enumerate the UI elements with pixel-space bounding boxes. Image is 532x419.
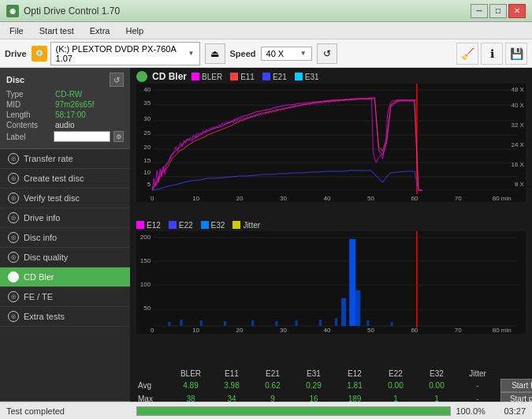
svg-text:16 X: 16 X xyxy=(511,161,524,168)
speed-label: Speed xyxy=(230,49,256,58)
legend-e12-color xyxy=(136,221,144,229)
nav-extra-tests-label: Extra tests xyxy=(24,312,65,321)
svg-text:80 min: 80 min xyxy=(493,327,512,334)
speed-value: 40 X xyxy=(266,49,285,58)
disc-label-gear-button[interactable]: ⚙ xyxy=(113,131,124,142)
bottom-chart-svg: 200 150 100 50 0 10 20 30 40 50 xyxy=(136,231,526,334)
col-e11: E11 xyxy=(212,368,251,379)
save-icon-btn[interactable]: 💾 xyxy=(505,43,527,65)
col-e12: E12 xyxy=(335,368,374,379)
verify-test-disc-icon: ◎ xyxy=(8,193,19,204)
nav-disc-quality-label: Disc quality xyxy=(24,253,68,262)
disc-contents-value: audio xyxy=(55,121,74,129)
drive-label: Drive xyxy=(5,49,27,58)
disc-mid-value: 97m26s65f xyxy=(55,100,94,109)
legend-e12-label: E12 xyxy=(147,221,161,230)
svg-rect-55 xyxy=(180,320,182,326)
svg-rect-52 xyxy=(341,298,346,326)
svg-text:30: 30 xyxy=(280,327,287,334)
drive-dropdown[interactable]: (K:) PLEXTOR DVDR PX-760A 1.07 ▼ xyxy=(50,42,200,65)
disc-mid-label: MID xyxy=(6,100,52,109)
svg-text:10: 10 xyxy=(143,169,151,176)
svg-rect-54 xyxy=(168,322,170,326)
chart-icon xyxy=(136,71,147,82)
statusbar: Test completed 100.0% 03:27 xyxy=(0,402,532,419)
progress-bar-outer xyxy=(136,406,451,416)
nav-verify-test-disc[interactable]: ◎ Verify test disc xyxy=(0,189,130,208)
disc-label-label: Label xyxy=(6,133,50,141)
minimize-button[interactable]: ─ xyxy=(471,4,488,18)
drive-info-icon: ◎ xyxy=(8,212,19,223)
menu-start-test[interactable]: Start test xyxy=(33,24,80,37)
col-e32: E32 xyxy=(417,368,456,379)
nav-fe-te[interactable]: ◎ FE / TE xyxy=(0,287,130,307)
legend-jitter-label: Jitter xyxy=(243,221,260,230)
menu-file[interactable]: File xyxy=(3,24,30,37)
status-time: 03:27 xyxy=(497,406,532,416)
svg-text:200: 200 xyxy=(140,234,151,241)
svg-text:35: 35 xyxy=(143,99,151,107)
chart-header: CD Bler BLER E11 E21 xyxy=(136,71,526,82)
svg-rect-56 xyxy=(200,320,203,326)
avg-e12: 1.81 xyxy=(335,380,374,391)
disc-length-label: Length xyxy=(6,110,52,119)
menu-help[interactable]: Help xyxy=(119,24,150,37)
start-full-button[interactable]: Start full xyxy=(500,379,532,392)
nav-transfer-rate-label: Transfer rate xyxy=(24,154,73,163)
avg-e21: 0.62 xyxy=(253,380,292,391)
col-e22: E22 xyxy=(376,368,415,379)
svg-text:60: 60 xyxy=(411,327,418,334)
erase-icon-btn[interactable]: 🧹 xyxy=(456,43,478,65)
refresh-button[interactable]: ↺ xyxy=(317,43,337,64)
app-title: Opti Drive Control 1.70 xyxy=(24,6,120,17)
nav-create-test-disc[interactable]: ◎ Create test disc xyxy=(0,169,130,189)
bottom-chart-header: E12 E22 E32 Jitter xyxy=(136,221,526,230)
disc-label-input[interactable] xyxy=(54,131,110,142)
nav-disc-info-label: Disc info xyxy=(24,233,57,242)
speed-dropdown[interactable]: 40 X ▼ xyxy=(261,47,312,61)
bottom-chart-section: E12 E22 E32 Jitter xyxy=(130,218,532,368)
col-jitter: Jitter xyxy=(458,368,497,379)
legend-e32-label: E32 xyxy=(211,221,225,230)
progress-pct: 100.0% xyxy=(456,406,491,416)
disc-refresh-button[interactable]: ↺ xyxy=(110,73,124,87)
legend-e21-color xyxy=(262,73,270,80)
legend-e21-label: E21 xyxy=(273,73,287,81)
legend-e11-label: E11 xyxy=(240,73,255,81)
chart-title: CD Bler xyxy=(152,71,187,82)
nav-cd-bler[interactable]: ◎ CD Bler xyxy=(0,267,130,287)
legend-bler-color xyxy=(192,73,199,80)
nav-drive-info[interactable]: ◎ Drive info xyxy=(0,208,130,228)
main-area: Disc ↺ Type CD-RW MID 97m26s65f Length 5… xyxy=(0,68,532,419)
svg-rect-53 xyxy=(355,290,360,326)
content-area: CD Bler BLER E11 E21 xyxy=(130,68,532,419)
svg-text:70: 70 xyxy=(455,195,462,202)
svg-text:10: 10 xyxy=(192,327,199,334)
close-button[interactable]: ✕ xyxy=(508,4,526,18)
eject-button[interactable]: ⏏ xyxy=(205,43,225,64)
avg-e11: 3.98 xyxy=(212,380,251,391)
avg-e22: 0.00 xyxy=(376,380,415,391)
nav-disc-info[interactable]: ◎ Disc info xyxy=(0,228,130,248)
info-icon-btn[interactable]: ℹ xyxy=(481,43,503,65)
row-avg-label: Avg xyxy=(136,380,169,391)
legend-e22-color xyxy=(169,221,177,229)
legend-e21: E21 xyxy=(262,73,287,81)
svg-text:70: 70 xyxy=(455,327,462,334)
nav-transfer-rate[interactable]: ◎ Transfer rate xyxy=(0,149,130,169)
speed-dropdown-arrow: ▼ xyxy=(300,50,307,57)
svg-rect-61 xyxy=(319,320,322,326)
svg-text:0: 0 xyxy=(151,327,154,334)
nav-disc-quality[interactable]: ◎ Disc quality xyxy=(0,248,130,267)
maximize-button[interactable]: □ xyxy=(489,4,507,18)
menu-extra[interactable]: Extra xyxy=(84,24,117,37)
svg-text:40: 40 xyxy=(143,86,151,93)
table-header-row: BLER E11 E21 E31 E12 E22 E32 Jitter xyxy=(136,368,526,379)
nav-extra-tests[interactable]: ◎ Extra tests xyxy=(0,307,130,327)
svg-rect-58 xyxy=(251,320,254,326)
nav-cd-bler-label: CD Bler xyxy=(24,272,54,282)
legend-e31-label: E31 xyxy=(305,73,319,81)
svg-rect-63 xyxy=(366,320,369,326)
progress-container: 100.0% xyxy=(130,406,497,416)
toolbar-icons: 🧹 ℹ 💾 xyxy=(456,43,527,65)
